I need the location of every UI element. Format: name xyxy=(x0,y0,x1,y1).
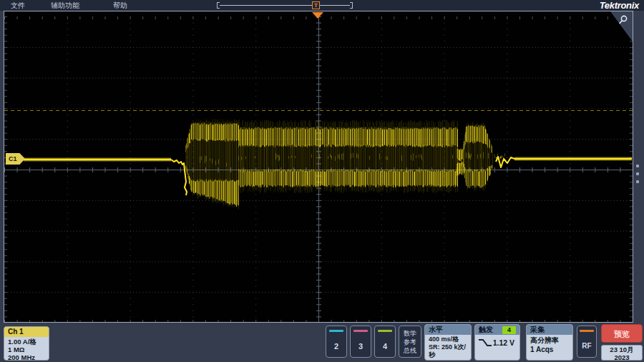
acquisition-title: 采集 xyxy=(527,325,572,335)
acquisition-count: 1 Acqs xyxy=(530,345,569,354)
trigger-title: 触发 xyxy=(479,325,493,335)
menu-bar: 文件 辅助功能 帮助 T Tektronix xyxy=(0,0,644,11)
rf-label: RF xyxy=(577,342,596,350)
acquisition-mode: 高分辨率 xyxy=(530,336,569,345)
horizontal-settings-badge[interactable]: 水平 400 ms/格 SR: 250 k次/秒 RL: 1 Mpts xyxy=(424,324,472,361)
trigger-source-badge: 4 xyxy=(502,326,516,334)
rf-color-bar xyxy=(580,330,594,332)
ref-label: 参考 xyxy=(399,338,421,346)
horizontal-scale: 400 ms/格 xyxy=(429,336,467,343)
channel2-color-bar xyxy=(329,330,343,332)
menu-file[interactable]: 文件 xyxy=(11,1,25,10)
slider-right-bracket xyxy=(350,2,353,9)
trigger-settings-badge[interactable]: 触发 4 1.12 V xyxy=(474,324,520,361)
channel1-impedance: 1 MΩ xyxy=(8,346,45,353)
slider-rail xyxy=(220,5,350,6)
menu-utility[interactable]: 辅助功能 xyxy=(51,1,79,10)
preview-button[interactable]: 预览 xyxy=(601,324,643,343)
datetime-display: 23 10月 2023 10:56:04 xyxy=(601,345,643,361)
status-bar: Ch 1 1.00 A/格 1 MΩ 200 MHz 2 3 4 数学 参考 总… xyxy=(0,323,644,362)
channel3-color-bar xyxy=(353,330,368,332)
channel3-button[interactable]: 3 xyxy=(350,326,371,358)
channel1-badge[interactable]: Ch 1 1.00 A/格 1 MΩ 200 MHz xyxy=(4,326,49,361)
waveform-display-area[interactable]: C1 xyxy=(4,11,633,323)
acquisition-badge[interactable]: 采集 高分辨率 1 Acqs xyxy=(526,324,573,361)
sample-rate: SR: 250 k次/秒 xyxy=(429,343,467,359)
slider-left-bracket xyxy=(217,2,220,9)
math-label: 数学 xyxy=(399,329,421,338)
trigger-position-arrow-icon[interactable] xyxy=(312,12,323,19)
math-ref-bus-button[interactable]: 数学 参考 总线 xyxy=(399,326,421,358)
trigger-position-marker[interactable]: T xyxy=(312,1,320,9)
channel1-scale: 1.00 A/格 xyxy=(8,338,45,346)
channel1-name: Ch 1 xyxy=(4,327,49,337)
horizontal-position-slider[interactable]: T xyxy=(217,1,353,9)
tektronix-logo: Tektronix xyxy=(600,0,639,11)
horizontal-title: 水平 xyxy=(425,325,471,335)
channel2-button[interactable]: 2 xyxy=(326,326,347,358)
bus-label: 总线 xyxy=(399,346,421,355)
trigger-level: 1.12 V xyxy=(493,338,514,347)
date-text: 23 10月 2023 xyxy=(602,346,642,361)
channel1-bandwidth: 200 MHz xyxy=(8,353,45,361)
record-length: RL: 1 Mpts xyxy=(429,359,467,361)
scope-graticule-canvas[interactable] xyxy=(4,11,633,322)
channel4-color-bar xyxy=(378,330,392,332)
falling-edge-icon xyxy=(478,338,492,348)
channel4-button[interactable]: 4 xyxy=(374,326,396,358)
channel2-label: 2 xyxy=(326,342,346,351)
channel3-label: 3 xyxy=(351,342,371,351)
rf-button[interactable]: RF xyxy=(577,326,597,358)
channel4-label: 4 xyxy=(375,342,395,351)
menu-help[interactable]: 帮助 xyxy=(113,1,127,10)
right-edge-drag-handle[interactable] xyxy=(636,165,640,186)
